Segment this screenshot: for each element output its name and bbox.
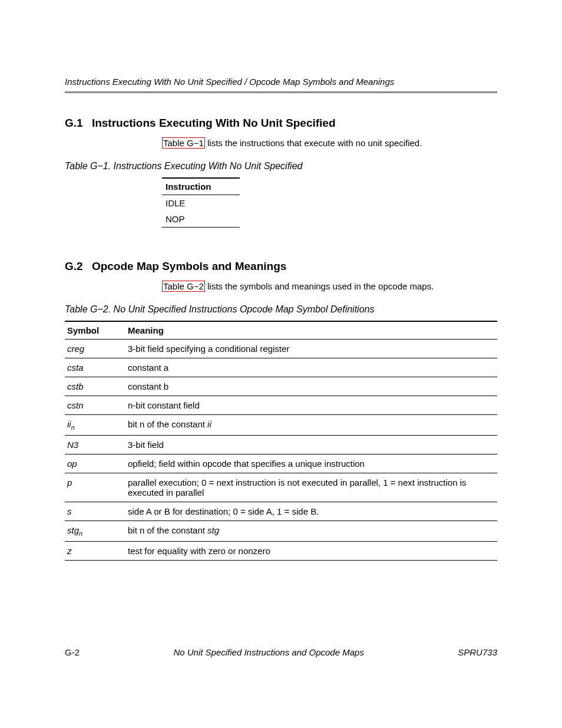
meaning-cell: parallel execution; 0 = next instruction… bbox=[125, 473, 497, 502]
symbol-cell: iin bbox=[65, 415, 125, 436]
meaning-cell: bit n of the constant ii bbox=[125, 415, 497, 436]
meaning-cell: opfield; field within opcode that specif… bbox=[125, 454, 497, 473]
table-row: iinbit n of the constant ii bbox=[65, 415, 497, 436]
table2-header-symbol: Symbol bbox=[65, 321, 125, 340]
footer-doc-id: SPRU733 bbox=[458, 647, 497, 657]
table-cell: IDLE bbox=[162, 195, 240, 212]
symbol-cell: cstb bbox=[65, 377, 125, 396]
footer-page-number: G-2 bbox=[65, 647, 80, 657]
symbol-cell: s bbox=[65, 502, 125, 521]
meaning-cell: n-bit constant field bbox=[125, 396, 497, 415]
table-row: pparallel execution; 0 = next instructio… bbox=[65, 473, 497, 502]
symbol-cell: N3 bbox=[65, 436, 125, 454]
table-g2: Symbol Meaning creg3-bit field specifyin… bbox=[65, 321, 497, 561]
page-footer: G-2 No Unit Specified Instructions and O… bbox=[65, 647, 497, 657]
meaning-cell: 3-bit field bbox=[125, 436, 497, 454]
table1-caption: Table G−1. Instructions Executing With N… bbox=[65, 161, 497, 172]
symbol-cell: op bbox=[65, 454, 125, 473]
section1-text-tail: lists the instructions that execute with… bbox=[205, 138, 422, 148]
symbol-cell: cstn bbox=[65, 396, 125, 415]
symbol-cell: creg bbox=[65, 340, 125, 358]
section2-text: Table G−2 lists the symbols and meanings… bbox=[65, 281, 497, 291]
meaning-cell: constant b bbox=[125, 377, 497, 396]
symbol-cell: csta bbox=[65, 358, 125, 377]
table-cell: NOP bbox=[162, 211, 240, 228]
section2-text-tail: lists the symbols and meanings used in t… bbox=[205, 281, 434, 291]
section-heading-g1: G.1 Instructions Executing With No Unit … bbox=[65, 117, 497, 130]
section-title: Opcode Map Symbols and Meanings bbox=[92, 260, 286, 273]
table-row: cstaconstant a bbox=[65, 358, 497, 377]
footer-chapter-title: No Unit Specified Instructions and Opcod… bbox=[173, 647, 364, 657]
table-g1: Instruction IDLENOP bbox=[162, 177, 240, 228]
table-row: cstnn-bit constant field bbox=[65, 396, 497, 415]
table2-header-meaning: Meaning bbox=[125, 321, 497, 340]
table-row: ztest for equality with zero or nonzero bbox=[65, 542, 497, 561]
running-head: Instructions Executing With No Unit Spec… bbox=[65, 77, 497, 93]
section-title: Instructions Executing With No Unit Spec… bbox=[92, 117, 336, 130]
symbol-cell: p bbox=[65, 473, 125, 502]
symbol-cell: z bbox=[65, 542, 125, 561]
meaning-cell: test for equality with zero or nonzero bbox=[125, 542, 497, 561]
section-number: G.1 bbox=[65, 117, 83, 130]
table-ref-link[interactable]: Table G−2 bbox=[162, 281, 205, 292]
table-row: sside A or B for destination; 0 = side A… bbox=[65, 502, 497, 521]
section1-text: Table G−1 lists the instructions that ex… bbox=[65, 138, 497, 148]
table1-header: Instruction bbox=[162, 178, 240, 195]
table2-caption: Table G−2. No Unit Specified Instruction… bbox=[65, 304, 497, 315]
table-row: N33-bit field bbox=[65, 436, 497, 454]
table-row: stgnbit n of the constant stg bbox=[65, 521, 497, 542]
table-row: opopfield; field within opcode that spec… bbox=[65, 454, 497, 473]
section-number: G.2 bbox=[65, 260, 83, 273]
symbol-cell: stgn bbox=[65, 521, 125, 542]
meaning-cell: 3-bit field specifying a conditional reg… bbox=[125, 340, 497, 358]
meaning-cell: side A or B for destination; 0 = side A,… bbox=[125, 502, 497, 521]
meaning-cell: constant a bbox=[125, 358, 497, 377]
meaning-cell: bit n of the constant stg bbox=[125, 521, 497, 542]
table-row: creg3-bit field specifying a conditional… bbox=[65, 340, 497, 358]
table-row: cstbconstant b bbox=[65, 377, 497, 396]
section-heading-g2: G.2 Opcode Map Symbols and Meanings bbox=[65, 260, 497, 273]
table-ref-link[interactable]: Table G−1 bbox=[162, 137, 205, 149]
